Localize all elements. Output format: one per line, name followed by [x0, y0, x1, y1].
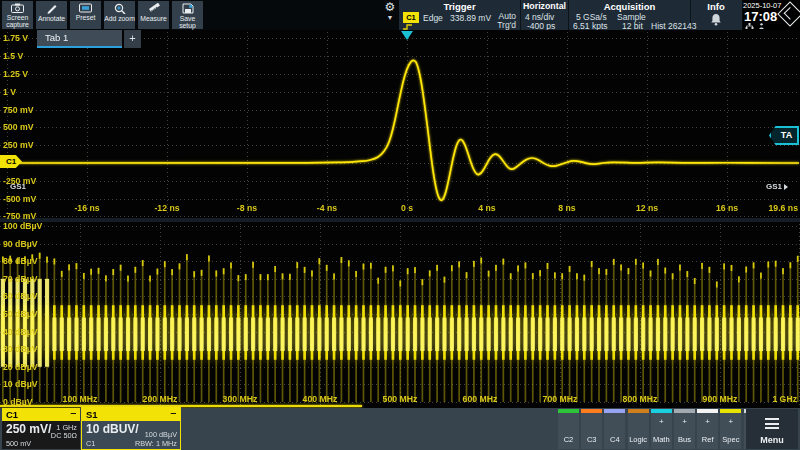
user-icon	[757, 23, 766, 29]
channel-color-stripe	[604, 409, 625, 413]
spectrum-diagram[interactable]	[0, 222, 800, 408]
s1-rbw: RBW: 1 MHz	[135, 439, 177, 448]
preset-button[interactable]: Preset	[70, 1, 101, 29]
channel-color-stripe	[651, 409, 672, 413]
c1-coupling: DC 50Ω	[51, 431, 77, 440]
math-button[interactable]: +Math	[651, 409, 672, 449]
signal-bar: C1 ‒ 250 mV/ 1 GHz DC 50Ω 500 mV S1 ‒ 10…	[0, 408, 800, 450]
channel-button-label: Ref	[697, 435, 718, 444]
channel-button-label: Spec	[720, 435, 741, 444]
info-title: Info	[691, 1, 741, 12]
s1-spectrum-badge[interactable]: S1 ‒ 10 dBUV/ 100 dBµV C1 RBW: 1 MHz	[82, 408, 180, 449]
channel-color-stripe	[628, 409, 649, 413]
waveform-diagram[interactable]	[0, 30, 800, 218]
zoom-plus-icon	[114, 3, 126, 14]
channel-button-label: C2	[558, 435, 579, 444]
add-icon: +	[697, 417, 718, 426]
channel-button-label: Logic	[628, 435, 649, 444]
horizontal-section[interactable]: Horizontal 4 ns/div -400 ps	[521, 0, 569, 30]
s1-level: 100 dBµV	[145, 430, 177, 439]
settings-area: ⚙ ▼	[382, 0, 398, 30]
toolbar-button-label: Add zoom	[104, 15, 135, 22]
status-header-panel: Trigger C1 Edge 338.89 mV Auto Trg'd Hor…	[399, 0, 742, 30]
clock-block: 2025-10-07 17:08	[743, 0, 800, 30]
gear-icon[interactable]: ⚙	[382, 0, 398, 14]
add-tab-button[interactable]: +	[124, 30, 141, 48]
save-setup-button[interactable]: Save setup	[172, 1, 203, 29]
s1-minimize-button[interactable]: ‒	[171, 406, 176, 419]
info-section[interactable]: Info	[691, 0, 741, 30]
time-label: 17:08	[744, 9, 777, 24]
toolbar-button-label: Measure	[140, 15, 166, 22]
add-zoom-button[interactable]: Add zoom	[104, 1, 135, 29]
channel-color-stripe	[674, 409, 695, 413]
channel-color-stripe	[720, 409, 741, 413]
bell-icon[interactable]	[710, 13, 722, 26]
bus-button[interactable]: +Bus	[674, 409, 695, 449]
tab-bar: Tab 1 +	[37, 30, 141, 48]
channel-color-stripe	[558, 409, 579, 413]
collapse-toolbar-icon[interactable]: ▼	[382, 14, 398, 22]
tab-1[interactable]: Tab 1	[37, 30, 122, 48]
hamburger-icon	[765, 418, 779, 432]
s1-scale: 10 dBUV/	[86, 422, 139, 436]
add-icon: +	[720, 417, 741, 426]
c3-button[interactable]: C3	[581, 409, 602, 449]
pencil-icon	[46, 3, 58, 14]
trigger-source-badge: C1	[403, 12, 419, 23]
c2-button[interactable]: C2	[558, 409, 579, 449]
channel-color-stripe	[697, 409, 718, 413]
spectrum-baseline-glow	[0, 405, 362, 407]
menu-label: Menu	[746, 435, 798, 445]
trigger-section[interactable]: Trigger C1 Edge 338.89 mV Auto Trg'd	[399, 0, 521, 30]
c1-badge-name: C1	[6, 409, 18, 420]
c4-button[interactable]: C4	[604, 409, 625, 449]
logic-button[interactable]: Logic	[628, 409, 649, 449]
channel-button-label: C3	[581, 435, 602, 444]
s1-badge-name: S1	[86, 409, 98, 420]
display-icon	[79, 3, 92, 13]
c1-offset: 500 mV	[6, 439, 31, 448]
ref-button[interactable]: +Ref	[697, 409, 718, 449]
toolbar-button-label: Preset	[76, 14, 96, 21]
channel-button-label: C4	[604, 435, 625, 444]
top-toolbar: Screen capture Annotate Preset Add zoom …	[0, 0, 800, 30]
trigger-state: Trg'd	[497, 20, 516, 30]
screen-capture-button[interactable]: Screen capture	[2, 1, 33, 29]
trigger-level: 338.89 mV	[450, 13, 491, 23]
toolbar-button-label: Annotate	[38, 15, 65, 22]
toolbar-button-label: Save setup	[172, 15, 203, 29]
channel-button-label: Bus	[674, 435, 695, 444]
network-icon	[745, 23, 754, 29]
acquisition-title: Acquisition	[569, 1, 690, 12]
save-icon	[182, 3, 194, 14]
menu-button[interactable]: Menu	[746, 409, 798, 449]
acquisition-section[interactable]: Acquisition 5 GSa/s Sample 6.51 kpts 12 …	[569, 0, 691, 30]
spectrum-canvas[interactable]	[0, 222, 800, 408]
c1-minimize-button[interactable]: ‒	[71, 406, 76, 419]
c1-signal-badge[interactable]: C1 ‒ 250 mV/ 1 GHz DC 50Ω 500 mV	[2, 408, 80, 449]
channel-color-stripe	[581, 409, 602, 413]
trigger-position-marker[interactable]	[401, 31, 413, 40]
camera-icon	[11, 3, 24, 13]
horizontal-title: Horizontal	[521, 1, 568, 11]
s1-source: C1	[86, 439, 95, 448]
c1-scale: 250 mV/	[6, 422, 51, 436]
trigger-type: Edge	[423, 13, 443, 23]
oscilloscope-screen: Screen capture Annotate Preset Add zoom …	[0, 0, 800, 450]
toolbar-button-label: Screen capture	[2, 14, 33, 28]
add-icon: +	[674, 417, 695, 426]
spec-button[interactable]: +Spec	[720, 409, 741, 449]
measure-icon	[148, 3, 160, 14]
add-icon: +	[651, 417, 672, 426]
annotate-button[interactable]: Annotate	[36, 1, 67, 29]
waveform-canvas[interactable]	[0, 30, 800, 218]
channel-button-label: Math	[651, 435, 672, 444]
measure-button[interactable]: Measure	[138, 1, 169, 29]
